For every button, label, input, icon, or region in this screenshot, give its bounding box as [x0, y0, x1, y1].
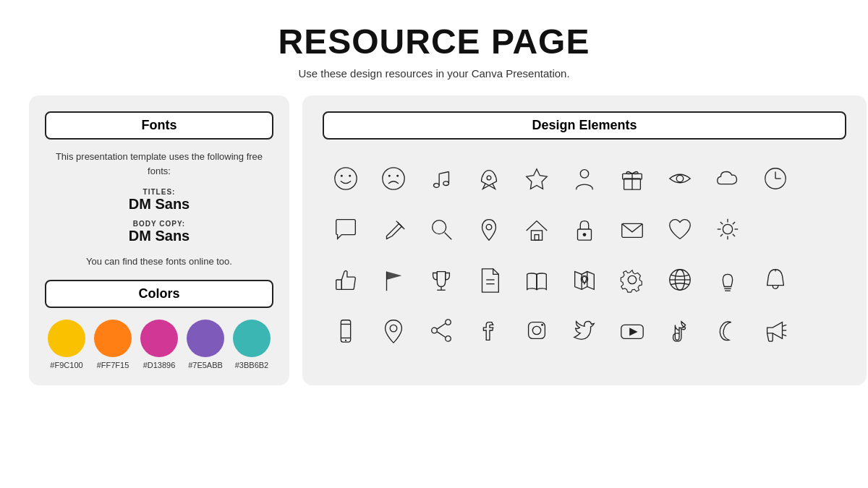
fonts-badge: Fonts — [45, 111, 273, 140]
swatch-circle-teal — [233, 320, 271, 357]
youtube-icon — [609, 307, 655, 354]
globe-icon — [657, 257, 703, 303]
svg-rect-25 — [531, 231, 542, 240]
svg-marker-71 — [629, 328, 637, 335]
settings-icon — [609, 257, 655, 303]
open-book-icon — [514, 257, 560, 303]
empty-icon-3 — [800, 206, 846, 252]
design-elements-badge: Design Elements — [323, 111, 846, 140]
sad-face-icon — [370, 155, 417, 202]
empty-icon-1 — [800, 155, 846, 202]
swatch-pink: #D13896 — [140, 320, 178, 369]
swatch-orange: #FF7F15 — [94, 320, 132, 369]
svg-marker-46 — [575, 272, 595, 290]
svg-point-6 — [434, 184, 440, 188]
svg-point-28 — [583, 233, 587, 236]
svg-point-60 — [345, 340, 346, 341]
heart-icon — [657, 206, 703, 252]
body-font-name: DM Sans — [129, 228, 190, 244]
person-icon — [561, 155, 608, 202]
body-font-label: BODY COPY: — [129, 220, 190, 228]
svg-point-7 — [443, 181, 449, 186]
twitter-icon — [561, 307, 608, 354]
svg-line-23 — [445, 233, 452, 240]
svg-rect-26 — [535, 235, 539, 241]
svg-point-5 — [396, 175, 399, 177]
page-title: RESOURCE PAGE — [278, 22, 590, 61]
swatch-teal: #3BB6B2 — [233, 320, 271, 369]
phone-icon — [323, 307, 369, 354]
svg-point-50 — [628, 275, 636, 283]
facebook-icon — [466, 307, 512, 354]
svg-point-64 — [432, 328, 438, 333]
svg-point-61 — [390, 325, 397, 332]
pencil-icon — [370, 206, 417, 252]
svg-line-36 — [733, 234, 735, 236]
svg-point-62 — [446, 320, 451, 325]
svg-line-37 — [733, 222, 735, 224]
rocket-icon — [466, 155, 512, 202]
right-panel: Design Elements — [302, 95, 867, 385]
page-subtitle: Use these design resources in your Canva… — [298, 67, 569, 80]
svg-line-35 — [720, 222, 723, 224]
trophy-icon — [418, 257, 464, 303]
clock-icon — [752, 155, 799, 202]
cloud-icon — [705, 155, 751, 202]
document-icon — [466, 257, 512, 303]
search-icon — [418, 206, 464, 252]
svg-line-38 — [720, 234, 723, 236]
swatch-circle-orange — [94, 320, 132, 357]
swatch-circle-pink — [140, 320, 178, 357]
svg-point-17 — [676, 175, 684, 182]
swatch-circle-purple — [187, 320, 224, 357]
chat-bubble-icon — [323, 206, 369, 252]
star-icon — [514, 155, 560, 202]
smiley-icon — [323, 155, 369, 202]
gift-icon — [609, 155, 655, 202]
svg-point-1 — [341, 175, 343, 177]
svg-marker-12 — [527, 169, 548, 189]
empty-icon-5 — [800, 307, 846, 354]
svg-line-72 — [783, 325, 787, 326]
megaphone-icon — [752, 307, 799, 354]
svg-point-2 — [349, 175, 351, 177]
swatch-yellow: #F9C100 — [48, 320, 85, 369]
empty-icon-4 — [800, 257, 846, 303]
title-font-entry: TITLES: DM Sans — [129, 188, 190, 213]
left-panel: Fonts This presentation template uses th… — [29, 95, 289, 385]
swatch-purple: #7E5ABB — [187, 320, 224, 369]
title-font-label: TITLES: — [129, 188, 190, 196]
instagram-icon — [514, 307, 560, 354]
swatch-hex-teal: #3BB6B2 — [235, 361, 268, 369]
fonts-online-text: You can find these fonts online too. — [86, 256, 232, 267]
music-icon — [418, 155, 464, 202]
svg-point-68 — [532, 326, 540, 334]
location-icon — [370, 307, 417, 354]
svg-point-3 — [383, 168, 404, 189]
panels: Fonts This presentation template uses th… — [29, 95, 839, 385]
svg-line-10 — [439, 172, 448, 174]
svg-rect-57 — [341, 320, 350, 342]
svg-point-63 — [446, 336, 451, 342]
lock-icon — [561, 206, 608, 252]
mail-icon — [609, 206, 655, 252]
swatch-circle-yellow — [48, 320, 85, 357]
fonts-description: This presentation template uses the foll… — [45, 150, 273, 178]
swatch-hex-yellow: #F9C100 — [50, 361, 82, 369]
swatch-hex-orange: #FF7F15 — [97, 361, 129, 369]
svg-point-0 — [335, 168, 357, 189]
lightbulb-icon — [705, 257, 751, 303]
thumbsup-icon — [323, 257, 369, 303]
flag-icon — [370, 257, 417, 303]
svg-point-24 — [486, 224, 492, 230]
bell-icon — [752, 257, 799, 303]
title-font-name: DM Sans — [129, 196, 190, 213]
pin-icon — [466, 206, 512, 252]
svg-point-22 — [433, 221, 446, 234]
color-swatches: #F9C100 #FF7F15 #D13896 #7E5ABB #3BB6B2 — [48, 320, 271, 369]
eye-icon — [657, 155, 703, 202]
svg-line-65 — [437, 332, 445, 338]
icons-grid — [323, 155, 846, 354]
home-icon — [514, 206, 560, 252]
svg-line-66 — [437, 324, 445, 330]
